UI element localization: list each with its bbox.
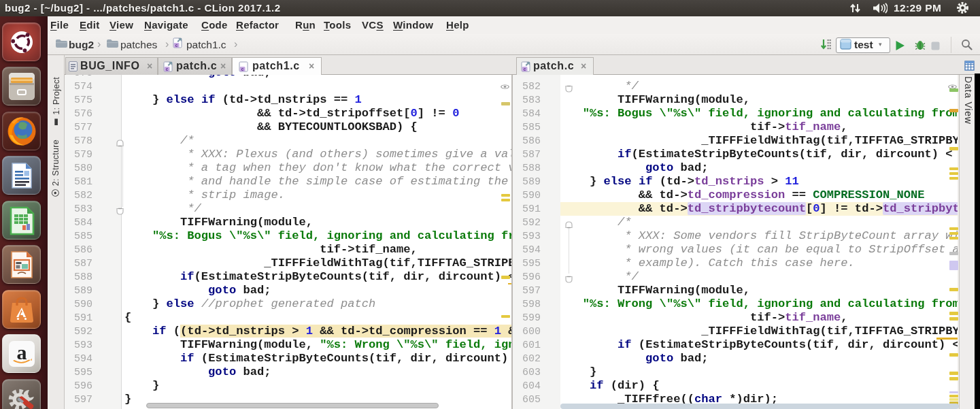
svg-text:c: c	[175, 43, 178, 48]
svg-text:c: c	[524, 67, 526, 71]
svg-text:c: c	[166, 67, 169, 71]
svg-text:c: c	[241, 67, 244, 71]
svg-text:a: a	[17, 341, 27, 363]
